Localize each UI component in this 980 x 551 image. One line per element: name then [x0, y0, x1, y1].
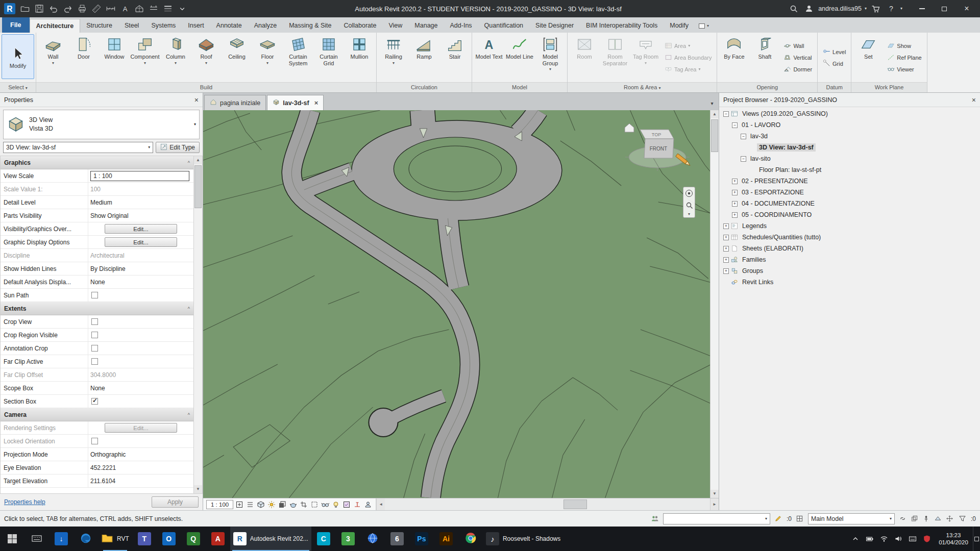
ribbon-button-set[interactable]: Set — [853, 34, 884, 61]
worksets-icon[interactable] — [650, 514, 659, 523]
help-icon[interactable]: ? — [885, 3, 897, 15]
ribbon-button-area-boundary[interactable]: Area Boundary — [663, 53, 714, 63]
reveal-hidden-elements-icon[interactable] — [331, 500, 340, 509]
section-header-extents[interactable]: Extents^ — [1, 302, 193, 315]
taskbar-downloads[interactable]: ↓ — [49, 527, 74, 551]
maximize-button[interactable] — [933, 0, 955, 17]
expand-icon[interactable]: + — [723, 223, 729, 229]
tree-node-legends[interactable]: +Legends — [719, 220, 980, 232]
expand-icon[interactable]: + — [723, 235, 729, 240]
app-store-cart-icon[interactable] — [870, 3, 882, 15]
ribbon-button-viewer[interactable]: Viewer — [885, 64, 923, 75]
ribbon-button-curtain-system[interactable]: Curtain System — [283, 34, 313, 67]
undo-icon[interactable] — [47, 2, 60, 15]
ribbon-button-column[interactable]: Column▾ — [160, 34, 191, 66]
taskbar-app-3[interactable]: 3 — [336, 527, 360, 551]
detail-level-icon[interactable] — [246, 500, 255, 509]
view-scale-control[interactable]: 1 : 100 — [206, 500, 233, 509]
ribbon-button-level[interactable]: Level — [821, 46, 848, 57]
ribbon-button-tag-room[interactable]: Tag Room▾ — [630, 34, 661, 66]
horizontal-scrollbar[interactable] — [385, 498, 710, 510]
ribbon-display-toggle[interactable]: ▾ — [699, 19, 709, 33]
ribbon-tab-steel[interactable]: Steel — [118, 19, 145, 33]
taskbar-app-c[interactable]: C — [311, 527, 336, 551]
select-links-icon[interactable] — [898, 514, 908, 523]
section-header-graphics[interactable]: Graphics^ — [1, 156, 193, 169]
select-pinned-elements-icon[interactable] — [922, 514, 931, 523]
close-tab-icon[interactable]: × — [314, 99, 318, 107]
ribbon-button-floor[interactable]: Floor▾ — [252, 34, 283, 66]
vertical-scrollbar[interactable]: ▲ ▼ — [710, 110, 719, 498]
collapse-icon[interactable]: − — [723, 111, 729, 117]
ribbon-button-window[interactable]: Window — [99, 34, 130, 61]
ribbon-button-wall[interactable]: Wall▾ — [38, 34, 68, 66]
measure-icon[interactable] — [90, 2, 103, 15]
ribbon-button-dormer[interactable]: Dormer — [781, 64, 814, 75]
ribbon-button-mullion[interactable]: Mullion — [344, 34, 375, 61]
ribbon-tab-insert[interactable]: Insert — [182, 19, 210, 33]
tree-node-02-presentazione[interactable]: +02 - PRESENTAZIONE — [719, 176, 980, 187]
ribbon-button-by-face[interactable]: By Face — [719, 34, 749, 61]
navbar-expand-icon[interactable]: ▾ — [688, 212, 690, 216]
collapse-icon[interactable]: − — [741, 156, 746, 162]
expand-icon[interactable]: + — [723, 246, 729, 252]
battery-icon[interactable] — [863, 527, 877, 551]
scroll-down-icon[interactable]: ▼ — [194, 485, 202, 493]
ribbon-button-curtain-grid[interactable]: Curtain Grid — [313, 34, 344, 67]
tree-node-03-esportazione[interactable]: +03 - ESPORTAZIONE — [719, 187, 980, 198]
drawing-area[interactable]: TOP FRONT — [203, 110, 719, 498]
sun-path-checkbox[interactable] — [91, 292, 98, 298]
tree-node-sheets-elaborati[interactable]: +Sheets (ELABORATI) — [719, 243, 980, 254]
ribbon-tab-architecture[interactable]: Architecture — [30, 19, 81, 33]
temporary-view-properties-icon[interactable] — [342, 500, 351, 509]
network-icon[interactable] — [877, 527, 891, 551]
ribbon-button-ceiling[interactable]: Ceiling — [222, 34, 252, 61]
ribbon-tab-site-designer[interactable]: Site Designer — [529, 19, 580, 33]
ribbon-tab-collaborate[interactable]: Collaborate — [338, 19, 383, 33]
chevron-up-icon[interactable] — [848, 527, 863, 551]
view-cube[interactable]: TOP FRONT — [621, 115, 697, 177]
panel-label-datum[interactable]: Datum — [818, 82, 851, 92]
ribbon-button-railing[interactable]: Railing▾ — [378, 34, 409, 66]
design-options-dropdown[interactable]: Main Model ▾ — [808, 513, 895, 524]
active-workset-dropdown[interactable]: ▾ — [663, 513, 770, 524]
rendering-dialog-icon[interactable] — [288, 500, 298, 509]
project-browser-close-icon[interactable]: × — [972, 96, 976, 104]
ribbon-tab-annotate[interactable]: Annotate — [210, 19, 248, 33]
edit-type-button[interactable]: Edit Type — [156, 142, 200, 153]
taskbar-clock[interactable]: 13:23 01/04/2020 — [934, 532, 973, 546]
type-selector[interactable]: 3D View Vista 3D ▾ — [3, 110, 200, 139]
panel-label-circulation[interactable]: Circulation — [377, 82, 472, 92]
expand-icon[interactable]: + — [732, 201, 738, 207]
volume-icon[interactable] — [891, 527, 905, 551]
ribbon-button-show[interactable]: Show — [885, 41, 923, 52]
ribbon-tab-systems[interactable]: Systems — [145, 19, 182, 33]
scroll-right-icon[interactable]: ► — [710, 498, 719, 510]
ribbon-button-model-text[interactable]: AModel Text — [474, 34, 504, 61]
ribbon-button-model-line[interactable]: Model Line — [504, 34, 535, 61]
help-menu-chevron-icon[interactable]: ▾ — [900, 7, 902, 11]
revit-app-icon[interactable]: R — [2, 2, 17, 15]
ribbon-button-model-group[interactable]: Model Group▾ — [535, 34, 566, 72]
visibility-graphics-over-button[interactable]: Edit... — [105, 224, 178, 234]
ribbon-tab-massing-site[interactable]: Massing & Site — [283, 19, 337, 33]
ribbon-button-room[interactable]: Room — [569, 34, 600, 61]
design-options-icon[interactable] — [795, 514, 804, 523]
crop-view-icon[interactable] — [299, 500, 308, 509]
scroll-left-icon[interactable]: ◄ — [376, 498, 385, 510]
panel-label-build[interactable]: Build — [36, 82, 376, 92]
tree-node-groups[interactable]: +Groups — [719, 265, 980, 277]
document-tab-pagina-iniziale[interactable]: pagina iniziale — [204, 95, 266, 110]
ribbon-button-vertical[interactable]: Vertical — [781, 53, 814, 63]
panel-label-model[interactable]: Model — [472, 82, 567, 92]
annotation-crop-checkbox[interactable] — [91, 345, 98, 352]
open-icon[interactable] — [18, 2, 32, 15]
taskbar-touch-keyboard[interactable] — [24, 527, 49, 551]
crop-region-visible-checkbox[interactable] — [91, 332, 98, 338]
ribbon-button-area[interactable]: Area ▾ — [663, 41, 714, 52]
default-3d-view-icon[interactable] — [133, 2, 146, 15]
tree-node-3d-view-lav-3d-sf[interactable]: +3D View: lav-3d-sf — [719, 142, 980, 153]
tree-node-lav-3d[interactable]: −lav-3d — [719, 131, 980, 142]
collapse-icon[interactable]: − — [732, 122, 738, 128]
tree-node-04-documentazione[interactable]: +04 - DOCUMENTAZIONE — [719, 198, 980, 209]
